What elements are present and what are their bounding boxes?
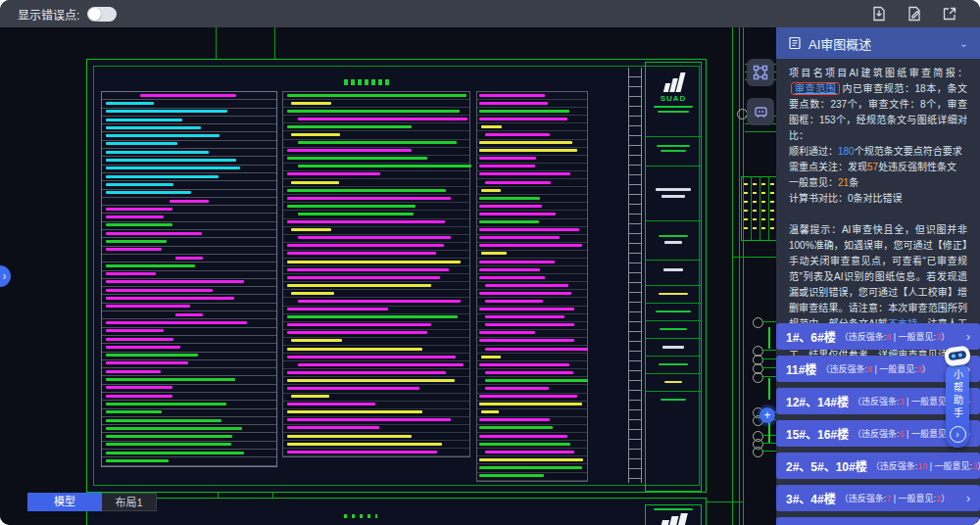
- tab-layout1[interactable]: 布局1: [102, 493, 157, 511]
- cad-text-row: [102, 109, 276, 117]
- cad-text-row: [283, 227, 469, 235]
- assistant-widget[interactable]: 小帮助手 ›: [942, 347, 973, 448]
- building-name: 15#、16#楼: [786, 425, 849, 442]
- cad-line: [216, 27, 217, 59]
- cad-title-block: SUAD: [645, 62, 702, 492]
- cad-text-row: [477, 433, 587, 441]
- cad-text-row: [477, 425, 587, 433]
- add-marker-button[interactable]: +: [760, 407, 775, 423]
- cad-text-row: [283, 330, 469, 338]
- cad-text-row: [283, 156, 469, 164]
- cad-text-row: [102, 304, 276, 311]
- building-row[interactable]: 2#、5#、10#楼（违反强条:10 | 一般意见:3）›: [776, 453, 980, 479]
- cad-line: [743, 27, 744, 525]
- cad-text-row: [102, 255, 276, 262]
- assistant-expand-button[interactable]: ›: [950, 426, 966, 443]
- cad-text-row: [102, 206, 276, 214]
- cad-text-row: [102, 222, 276, 230]
- edit-report-icon[interactable]: [906, 5, 923, 23]
- cad-title-block-partial: [645, 504, 702, 525]
- cad-text-row: [102, 141, 276, 149]
- cad-text-row: [477, 377, 587, 385]
- cad-text-row: [477, 266, 587, 274]
- cad-text-row: [477, 346, 587, 354]
- cad-text-row: [477, 402, 587, 409]
- cad-text-row: [283, 314, 469, 322]
- export-report-icon[interactable]: [870, 5, 888, 23]
- cad-text-row: [477, 100, 587, 108]
- building-name: 12#、14#楼: [786, 393, 849, 409]
- show-errors-toggle[interactable]: [87, 7, 117, 22]
- pass-suffix: 个规范条文要点符合要求: [855, 146, 962, 157]
- cad-text-row: [477, 361, 587, 369]
- cad-text-row: [283, 108, 469, 116]
- cad-text-row: [102, 100, 276, 108]
- toolbar-actions: [870, 5, 958, 23]
- suad-logo-text: SUAD: [646, 94, 701, 103]
- cad-text-row: [283, 338, 469, 346]
- open-external-icon[interactable]: [941, 5, 958, 23]
- cad-text-row: [283, 274, 469, 282]
- cad-text-row: [102, 181, 276, 189]
- top-toolbar: 显示错误点:: [0, 0, 980, 27]
- robot-assistant-tool-button[interactable]: [747, 98, 774, 125]
- pass-count: 180: [838, 146, 855, 157]
- cad-mini-table: [741, 176, 778, 241]
- building-stats: （违反强条:7 | 一般意见:2）: [840, 492, 950, 504]
- cad-text-row: [102, 401, 276, 408]
- focus-suffix: 处违反强制性条文: [878, 162, 956, 172]
- assistant-pill[interactable]: 小帮助手 ›: [946, 362, 969, 448]
- cad-text-row: [102, 92, 276, 100]
- cad-text-row: [102, 198, 276, 206]
- tab-model[interactable]: 模型: [27, 493, 102, 511]
- cad-text-row: [477, 385, 587, 393]
- cad-text-row: [283, 394, 469, 402]
- building-row[interactable]: 3#、4#楼（违反强条:7 | 一般意见:2）›: [776, 485, 980, 511]
- cad-text-row: [477, 417, 587, 425]
- cad-text-row: [283, 179, 469, 187]
- cad-text-row: [102, 230, 276, 238]
- cad-line: [704, 501, 743, 502]
- ai-review-panel: AI审图概述 ⌄ 项目名项目AI建筑图纸审查简报：审查范围内已审查规范：18本，…: [776, 27, 980, 525]
- cad-text-row: [477, 251, 587, 259]
- cad-text-row: [102, 393, 276, 401]
- cad-text-row: [283, 402, 469, 409]
- chevron-down-icon[interactable]: ⌄: [959, 37, 968, 50]
- expand-left-panel-button[interactable]: ›: [0, 265, 11, 287]
- building-stats: （违反强条:8 | 一般意见:3）: [840, 330, 950, 343]
- building-row[interactable]: [776, 517, 980, 525]
- scope-link[interactable]: 审查范围: [795, 83, 836, 94]
- building-stats: （违反强条:10 | 一般意见:3）: [871, 459, 980, 472]
- cad-text-row: [477, 179, 587, 187]
- cad-text-row: [283, 123, 469, 131]
- app-window: 显示错误点:: [0, 0, 980, 525]
- cad-text-row: [283, 116, 469, 123]
- assistant-label: 小帮助手: [951, 369, 965, 420]
- building-name: 3#、4#楼: [786, 490, 836, 506]
- cad-text-row: [102, 376, 276, 384]
- building-name: 1#、6#楼: [786, 328, 836, 345]
- selection-frame-tool-button[interactable]: [747, 59, 774, 86]
- cad-ladder-table: [628, 68, 642, 483]
- cad-sheet-main: SUAD: [86, 59, 707, 493]
- cad-text-row: [477, 187, 587, 195]
- cad-text-row: [283, 195, 469, 203]
- cad-logo-section: SUAD: [646, 63, 701, 137]
- panel-header[interactable]: AI审图概述 ⌄: [776, 27, 980, 59]
- cad-text-row: [102, 336, 276, 344]
- cad-text-row: [283, 369, 469, 377]
- cad-text-row: [283, 266, 469, 274]
- cad-text-row: [477, 394, 587, 402]
- cad-text-row: [102, 328, 276, 336]
- building-row[interactable]: 1#、6#楼（违反强条:8 | 一般意见:3）›: [776, 323, 980, 350]
- cad-text-row: [283, 290, 469, 298]
- general-label: 一般意见：: [789, 177, 838, 188]
- cad-text-row: [102, 117, 276, 124]
- layout-tabs: 模型 布局1: [27, 493, 157, 511]
- cad-text-row: [283, 211, 469, 218]
- cad-text-row: [477, 464, 587, 472]
- cad-text-row: [477, 282, 587, 290]
- cad-text-row: [283, 425, 469, 433]
- cad-text-row: [477, 298, 587, 306]
- cad-text-row: [477, 409, 587, 417]
